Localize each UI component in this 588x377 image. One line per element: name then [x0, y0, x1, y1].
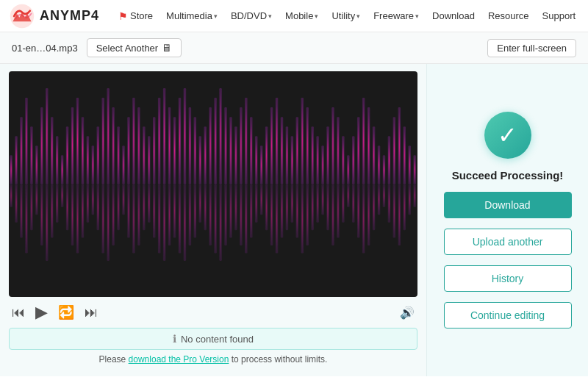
- svg-rect-15: [46, 88, 48, 184]
- play-icon: ▶: [35, 303, 48, 322]
- store-icon: ⚑: [118, 10, 128, 22]
- right-panel: ✓ Succeed Processing! Download Upload an…: [426, 64, 588, 376]
- svg-rect-74: [194, 184, 196, 238]
- svg-rect-134: [347, 184, 349, 207]
- svg-rect-44: [117, 184, 119, 231]
- svg-rect-144: [373, 184, 375, 231]
- filename-label: 01-en…04.mp3: [12, 43, 78, 54]
- nav-item-utility[interactable]: Utility ▾: [326, 7, 366, 24]
- svg-rect-66: [173, 184, 176, 238]
- play-button[interactable]: ▶: [35, 303, 48, 322]
- svg-rect-155: [404, 126, 406, 184]
- player-section: ⏮ ▶ 🔁 ⏭ 🔊 ℹ No content found Please down…: [0, 64, 426, 376]
- nav-item-mobile[interactable]: Mobile ▾: [279, 7, 324, 24]
- svg-rect-157: [408, 146, 410, 184]
- svg-rect-29: [82, 117, 84, 184]
- select-another-button[interactable]: Select Another 🖥: [87, 38, 182, 57]
- svg-rect-129: [337, 117, 339, 184]
- logo[interactable]: ANYMP4: [9, 3, 99, 29]
- svg-rect-92: [240, 184, 242, 246]
- svg-rect-107: [281, 117, 283, 184]
- nav-item-support[interactable]: Support: [537, 7, 582, 24]
- svg-rect-72: [189, 184, 191, 246]
- success-icon-circle: ✓: [484, 112, 531, 159]
- svg-rect-19: [56, 136, 58, 184]
- svg-rect-37: [101, 98, 104, 184]
- svg-rect-128: [331, 184, 334, 246]
- svg-rect-60: [158, 184, 160, 254]
- svg-rect-3: [15, 136, 17, 184]
- continue-editing-button[interactable]: Continue editing: [444, 302, 572, 328]
- svg-rect-68: [179, 184, 181, 254]
- svg-rect-100: [260, 184, 262, 215]
- logo-text: ANYMP4: [40, 8, 99, 24]
- svg-rect-133: [347, 155, 349, 184]
- svg-rect-143: [373, 126, 375, 184]
- nav-item-freeware[interactable]: Freeware ▾: [368, 7, 425, 24]
- svg-rect-94: [245, 184, 247, 254]
- svg-rect-112: [291, 184, 293, 223]
- svg-rect-4: [15, 184, 17, 223]
- svg-rect-35: [97, 126, 99, 184]
- dropdown-arrow: ▾: [268, 12, 272, 20]
- svg-rect-69: [184, 88, 186, 184]
- logo-icon: [9, 3, 35, 29]
- svg-rect-136: [352, 184, 354, 223]
- nav-item-download[interactable]: Download: [426, 7, 481, 24]
- svg-rect-101: [265, 126, 268, 184]
- download-button[interactable]: Download: [444, 192, 572, 218]
- svg-rect-106: [276, 184, 278, 254]
- svg-rect-53: [143, 126, 145, 184]
- svg-rect-46: [122, 184, 124, 215]
- svg-rect-83: [219, 88, 221, 184]
- dropdown-arrow: ▾: [214, 12, 218, 20]
- pro-version-link[interactable]: download the Pro Version: [129, 354, 229, 365]
- svg-rect-146: [378, 184, 380, 215]
- svg-rect-76: [199, 184, 201, 223]
- nav-item-store[interactable]: ⚑ Store: [112, 7, 159, 25]
- svg-rect-121: [316, 136, 318, 184]
- svg-rect-149: [388, 136, 390, 184]
- svg-rect-139: [362, 98, 365, 184]
- svg-rect-64: [168, 184, 171, 246]
- nav-item-bddvd[interactable]: BD/DVD ▾: [225, 7, 278, 24]
- rewind-button[interactable]: ⏮: [12, 305, 25, 320]
- svg-rect-116: [301, 184, 304, 254]
- svg-rect-117: [306, 107, 308, 184]
- nav-item-multimedia[interactable]: Multimedia ▾: [160, 7, 223, 24]
- svg-rect-159: [413, 155, 415, 184]
- main-content: ⏮ ▶ 🔁 ⏭ 🔊 ℹ No content found Please down…: [0, 64, 588, 376]
- svg-rect-79: [209, 107, 211, 184]
- svg-rect-58: [153, 184, 155, 238]
- dropdown-arrow: ▾: [356, 12, 360, 20]
- nav-item-resource[interactable]: Resource: [482, 7, 535, 24]
- svg-rect-12: [35, 184, 37, 215]
- dropdown-arrow: ▾: [315, 12, 318, 20]
- svg-rect-119: [311, 126, 313, 184]
- svg-rect-5: [20, 117, 22, 184]
- svg-rect-148: [383, 184, 385, 207]
- info-icon: ℹ: [173, 333, 176, 345]
- svg-rect-28: [76, 184, 79, 254]
- svg-rect-135: [352, 136, 354, 184]
- svg-rect-153: [398, 107, 401, 184]
- svg-rect-109: [286, 126, 288, 184]
- svg-rect-63: [168, 107, 171, 184]
- svg-rect-86: [224, 184, 226, 246]
- svg-rect-138: [357, 184, 359, 238]
- svg-rect-89: [234, 126, 237, 184]
- svg-rect-91: [240, 107, 242, 184]
- svg-rect-54: [143, 184, 145, 231]
- succeed-text: Succeed Processing!: [452, 169, 564, 182]
- forward-button[interactable]: ⏭: [85, 305, 98, 320]
- svg-rect-78: [204, 184, 206, 231]
- svg-rect-152: [393, 184, 395, 238]
- fullscreen-button[interactable]: Enter full-screen: [487, 39, 576, 57]
- upload-another-button[interactable]: Upload another: [444, 229, 572, 255]
- svg-rect-125: [326, 126, 329, 184]
- svg-rect-93: [245, 98, 247, 184]
- loop-button[interactable]: 🔁: [58, 304, 74, 320]
- svg-rect-45: [122, 146, 124, 184]
- history-button[interactable]: History: [444, 265, 572, 292]
- svg-rect-17: [51, 117, 53, 184]
